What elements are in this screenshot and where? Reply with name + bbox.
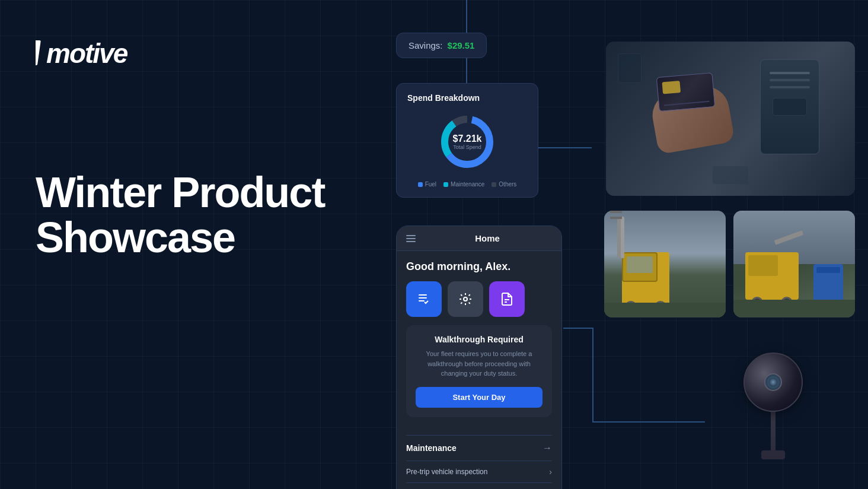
- spend-breakdown-card: Spend Breakdown $7.21k Total Spend Fuel …: [396, 83, 538, 198]
- hamburger-line: [406, 235, 416, 236]
- connector-v-mid: [592, 328, 593, 423]
- savings-value: $29.51: [448, 40, 475, 50]
- maintenance-item-pretrip-label: Pre-trip vehicle inspection: [406, 468, 487, 476]
- walkthrough-title: Walkthrough Required: [416, 335, 542, 344]
- connector-h-mid: [563, 328, 593, 329]
- chart-legend: Fuel Maintenance Others: [407, 181, 527, 188]
- donut-center: $7.21k Total Spend: [453, 134, 482, 150]
- connector-h-top: [538, 147, 592, 148]
- start-day-button[interactable]: Start Your Day: [416, 387, 542, 408]
- logo-text: motive: [36, 40, 166, 75]
- walkthrough-card: Walkthrough Required Your fleet requires…: [406, 325, 552, 417]
- headline-line2: Showcase: [36, 215, 344, 261]
- donut-chart: $7.21k Total Spend: [438, 112, 497, 172]
- maintenance-header: Maintenance →: [406, 435, 552, 461]
- app-icon-row: [406, 281, 552, 317]
- greeting-text: Good morning, Alex.: [406, 261, 552, 273]
- spend-title: Spend Breakdown: [407, 93, 527, 103]
- maintenance-item-pretrip[interactable]: Pre-trip vehicle inspection ›: [406, 461, 552, 482]
- legend-maintenance: Maintenance: [443, 181, 484, 188]
- mobile-header: Home: [397, 226, 561, 251]
- photo-forklift: [604, 211, 726, 317]
- mobile-header-title: Home: [423, 233, 552, 243]
- legend-dot-fuel: [418, 182, 423, 187]
- legend-label-others: Others: [499, 181, 516, 188]
- app-icon-document[interactable]: [489, 281, 525, 317]
- headline: Winter Product Showcase: [36, 170, 344, 260]
- legend-label-maintenance: Maintenance: [451, 181, 484, 188]
- legend-others: Others: [492, 181, 516, 188]
- walkthrough-description: Your fleet requires you to complete a wa…: [416, 349, 542, 379]
- svg-rect-7: [419, 294, 427, 296]
- logo: motive: [36, 36, 344, 75]
- svg-rect-8: [419, 297, 427, 299]
- maintenance-section: Maintenance → Pre-trip vehicle inspectio…: [397, 435, 561, 490]
- savings-card: Savings: $29.51: [396, 33, 487, 58]
- legend-dot-maintenance: [443, 182, 448, 187]
- left-section: motive Winter Product Showcase: [36, 36, 344, 260]
- donut-amount: $7.21k: [453, 134, 482, 144]
- svg-point-10: [464, 297, 467, 301]
- hamburger-line: [406, 241, 416, 242]
- mobile-app-mockup: Home Good morning, Alex.: [396, 226, 562, 489]
- maintenance-item-pretrip-arrow: ›: [549, 467, 552, 477]
- savings-label: Savings:: [409, 40, 443, 50]
- legend-dot-others: [492, 182, 496, 187]
- svg-rect-0: [36, 40, 41, 65]
- app-icon-settings[interactable]: [448, 281, 483, 317]
- maintenance-item-posttrip[interactable]: Post-trip vehicle inspection ›: [406, 482, 552, 490]
- legend-fuel: Fuel: [418, 181, 436, 188]
- mobile-content: Good morning, Alex.: [397, 251, 561, 435]
- svg-text:motive: motive: [46, 38, 128, 68]
- maintenance-title: Maintenance: [406, 443, 457, 453]
- camera-device: [726, 347, 821, 459]
- legend-label-fuel: Fuel: [425, 181, 436, 188]
- photo-card-swipe: [606, 42, 855, 196]
- maintenance-arrow: →: [542, 443, 552, 453]
- hamburger-line: [406, 238, 416, 239]
- hamburger-icon[interactable]: [406, 235, 416, 242]
- app-icon-checklist[interactable]: [406, 281, 442, 317]
- photo-equipment: [733, 211, 855, 317]
- donut-label: Total Spend: [453, 144, 482, 150]
- svg-rect-9: [419, 300, 425, 301]
- headline-line1: Winter Product: [36, 170, 344, 215]
- connector-h-bottom: [592, 421, 705, 423]
